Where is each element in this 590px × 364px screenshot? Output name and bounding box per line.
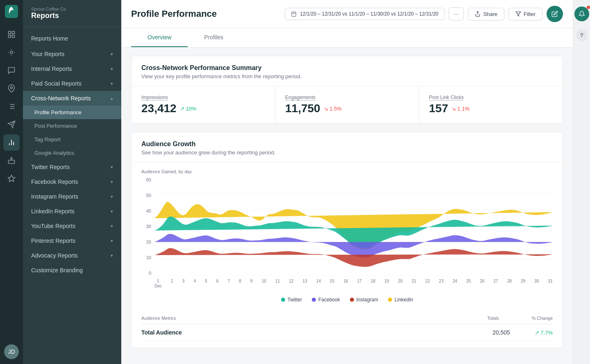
sidebar-item-your-reports[interactable]: Your Reports ▾: [23, 47, 121, 61]
legend-item-twitter: Twitter: [281, 297, 302, 303]
chevron-icon: ▾: [111, 209, 113, 214]
table-header: Audience Metrics Totals % Change: [141, 316, 553, 324]
sidebar-header: Sprout Coffee Co. Reports: [23, 0, 121, 27]
sidebar-item-twitter[interactable]: Twitter Reports ▾: [23, 160, 121, 174]
legend-dot-facebook: [312, 298, 316, 302]
audience-metrics-table: Audience Metrics Totals % Change Total A…: [132, 309, 563, 348]
nav-icon-reports[interactable]: [3, 134, 20, 151]
svg-rect-18: [9, 160, 15, 163]
chevron-icon: ▾: [111, 52, 113, 57]
svg-rect-2: [12, 32, 15, 34]
company-name: Sprout Coffee Co.: [31, 7, 113, 11]
filter-button[interactable]: Filter: [508, 8, 542, 20]
user-avatar[interactable]: JD: [4, 344, 19, 359]
metric-impressions: Impressions 23,412 ↗ 10%: [132, 86, 275, 123]
sidebar-subitem-google-analytics[interactable]: Google Analytics: [23, 146, 121, 160]
nav-icon-compose[interactable]: [3, 62, 20, 79]
more-button[interactable]: ···: [449, 7, 464, 20]
sidebar-nav: Reports Home Your Reports ▾ Internal Rep…: [23, 27, 121, 364]
card-header-cross-network: Cross-Network Performance Summary View y…: [132, 56, 563, 86]
chevron-icon: ▾: [111, 238, 113, 244]
metric-engagements: Engagements 11,750 ↘ 1.5%: [275, 86, 419, 123]
chevron-icon: ▾: [111, 253, 113, 258]
nav-icon-star[interactable]: [3, 170, 20, 187]
app-logo[interactable]: [5, 5, 18, 18]
nav-icon-tasks[interactable]: [3, 98, 20, 115]
legend-item-linkedin: LinkedIn: [388, 297, 413, 303]
svg-point-5: [10, 51, 13, 54]
date-range-button[interactable]: 12/1/20 – 12/31/20 vs 11/1/20 – 11/30/20…: [285, 8, 445, 20]
sidebar-item-cross-network[interactable]: Cross-Network Reports ▴: [23, 91, 121, 106]
sidebar-subitem-post-performance[interactable]: Post Performance: [23, 119, 121, 133]
svg-rect-4: [12, 35, 15, 38]
metric-post-link-clicks: Post Link Clicks 157 ↘ 1.1%: [419, 86, 563, 123]
svg-point-6: [11, 87, 13, 89]
section-title: Reports: [31, 11, 113, 20]
sidebar-item-reports-home[interactable]: Reports Home: [23, 30, 121, 47]
nav-icon-inbox[interactable]: [3, 44, 20, 61]
right-panel: ?: [573, 0, 590, 364]
tab-profiles[interactable]: Profiles: [188, 28, 240, 47]
bell-icon: [579, 11, 585, 17]
svg-point-19: [11, 158, 12, 159]
legend-dot-instagram: [350, 298, 354, 302]
svg-marker-29: [516, 12, 521, 16]
sidebar-item-advocacy[interactable]: Advocacy Reports ▾: [23, 248, 121, 263]
sidebar-item-facebook[interactable]: Facebook Reports ▾: [23, 174, 121, 189]
cross-network-card: Cross-Network Performance Summary View y…: [131, 56, 563, 124]
sidebar-item-instagram[interactable]: Instagram Reports ▾: [23, 189, 121, 204]
chevron-icon: ▴: [111, 96, 113, 101]
share-button[interactable]: Share: [468, 8, 504, 20]
page-title: Profile Performance: [131, 9, 217, 19]
chevron-icon: ▾: [111, 165, 113, 170]
sidebar-subitem-tag-report[interactable]: Tag Report: [23, 133, 121, 146]
chevron-icon: ▾: [111, 194, 113, 199]
sidebar-item-linkedin[interactable]: LinkedIn Reports ▾: [23, 204, 121, 219]
card-header-audience: Audience Growth See how your audience gr…: [132, 132, 563, 163]
tab-bar: Overview Profiles: [121, 28, 573, 47]
notification-badge: [587, 6, 590, 9]
table-row: Total Audience 20,505 ↗ 7.7%: [141, 324, 553, 341]
icon-bar: JD: [0, 0, 23, 364]
sidebar-subitem-profile-performance[interactable]: Profile Performance: [23, 106, 121, 119]
edit-button[interactable]: [547, 6, 563, 22]
sidebar-item-internal-reports[interactable]: Internal Reports ▾: [23, 61, 121, 76]
nav-icon-pin[interactable]: [3, 80, 20, 97]
svg-rect-1: [9, 32, 11, 34]
tab-overview[interactable]: Overview: [131, 28, 188, 47]
sidebar-item-youtube[interactable]: YouTube Reports ▾: [23, 219, 121, 233]
sidebar-item-paid-social[interactable]: Paid Social Reports ▾: [23, 76, 121, 91]
chevron-icon: ▾: [111, 66, 113, 72]
chevron-icon: ▾: [111, 81, 113, 86]
metrics-row: Impressions 23,412 ↗ 10% Engagements 11,…: [132, 86, 563, 123]
sidebar-item-customize-branding[interactable]: Customize Branding: [23, 263, 121, 278]
help-button[interactable]: ?: [576, 29, 588, 41]
notification-button[interactable]: [574, 7, 589, 21]
nav-icon-feed[interactable]: [3, 26, 20, 43]
main-header: Profile Performance 12/1/20 – 12/31/20 v…: [121, 0, 573, 28]
audience-growth-card: Audience Growth See how your audience gr…: [131, 132, 563, 348]
chart-legend: Twitter Facebook Instagram LinkedIn: [141, 292, 553, 309]
chevron-icon: ▾: [111, 224, 113, 229]
chart-section: Audience Gained, by day 0 10 20 30 40 50…: [132, 163, 563, 309]
filter-icon: [515, 11, 521, 17]
sidebar-item-pinterest[interactable]: Pinterest Reports ▾: [23, 233, 121, 248]
share-icon: [475, 11, 481, 17]
nav-icon-publish[interactable]: [3, 116, 20, 133]
content-area: Cross-Network Performance Summary View y…: [121, 47, 573, 364]
svg-marker-23: [8, 175, 15, 182]
legend-item-instagram: Instagram: [350, 297, 378, 303]
svg-rect-24: [292, 12, 296, 16]
edit-icon: [551, 11, 558, 17]
legend-dot-linkedin: [388, 298, 392, 302]
nav-icon-bot[interactable]: [3, 152, 20, 169]
svg-rect-3: [9, 35, 11, 38]
calendar-icon: [291, 11, 297, 17]
chevron-icon: ▾: [111, 179, 113, 185]
main-content: Profile Performance 12/1/20 – 12/31/20 v…: [121, 0, 573, 364]
area-chart: [154, 177, 553, 276]
legend-dot-twitter: [281, 298, 285, 302]
legend-item-facebook: Facebook: [312, 297, 340, 303]
header-controls: 12/1/20 – 12/31/20 vs 11/1/20 – 11/30/20…: [285, 6, 563, 22]
sidebar: Sprout Coffee Co. Reports Reports Home Y…: [23, 0, 121, 364]
